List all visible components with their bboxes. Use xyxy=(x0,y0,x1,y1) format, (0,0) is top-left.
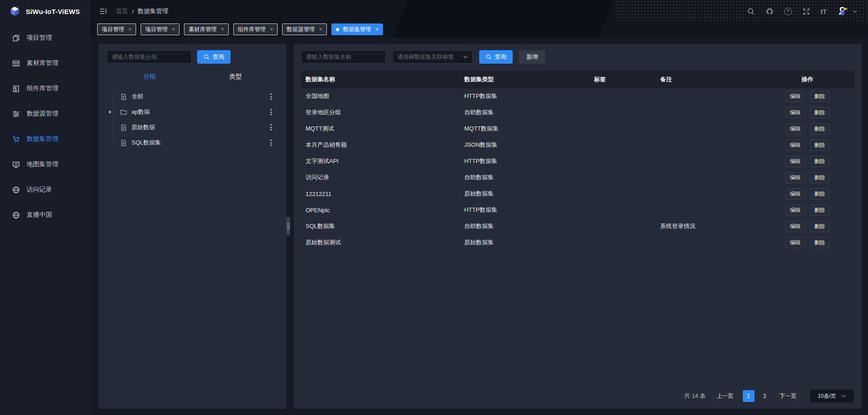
edit-button[interactable]: 编辑 xyxy=(785,172,805,183)
add-dataset-button[interactable]: 新增 xyxy=(519,50,545,64)
caret-right-icon[interactable] xyxy=(109,110,112,114)
edit-button[interactable]: 编辑 xyxy=(785,107,805,118)
edit-button[interactable]: 编辑 xyxy=(785,221,805,232)
sidebar-item-access-records[interactable]: 访问记录 xyxy=(0,177,90,202)
group-search-input[interactable] xyxy=(107,50,192,64)
fullscreen-icon[interactable] xyxy=(802,8,810,15)
page-size-select[interactable]: 10条/页 xyxy=(810,390,854,402)
icon-cart xyxy=(12,135,20,144)
dataset-table-body: 全国地图 HTTP数据集 编辑 删除 登录地区分组 自助数据集 编辑 删除 MQ… xyxy=(301,88,854,251)
more-actions-icon[interactable] xyxy=(269,92,273,101)
cell-dataset-name: 原始数据测试 xyxy=(301,238,462,247)
search-icon[interactable] xyxy=(747,7,755,15)
app-logo-icon xyxy=(9,5,21,17)
tree-item[interactable]: ap数据 xyxy=(107,104,278,120)
delete-button[interactable]: 删除 xyxy=(810,156,830,167)
more-actions-icon[interactable] xyxy=(269,138,273,147)
dataset-name-input[interactable] xyxy=(301,50,386,64)
cell-actions: 编辑 删除 xyxy=(760,188,854,200)
sidebar-item-datasource-management[interactable]: 数据源管理 xyxy=(0,101,90,126)
cell-dataset-type: HTTP数据集 xyxy=(462,92,572,100)
sidebar-item-dataset-management[interactable]: 数据集管理 xyxy=(0,126,90,152)
font-size-icon[interactable]: tT xyxy=(821,8,827,15)
collapse-sidebar-icon[interactable] xyxy=(99,7,108,16)
edit-button[interactable]: 编辑 xyxy=(785,91,805,102)
delete-button[interactable]: 删除 xyxy=(810,237,830,248)
close-icon[interactable]: × xyxy=(375,27,378,32)
col-header-ops: 操作 xyxy=(760,75,854,84)
tag-select[interactable]: 请选择数据集关联标签 xyxy=(392,50,473,64)
tree-item[interactable]: 原始数据 xyxy=(107,120,278,135)
sidebar-item-component-library[interactable]: 组件库管理 xyxy=(0,76,90,101)
cell-dataset-name: 全国地图 xyxy=(301,92,462,100)
group-search-button[interactable]: 查询 xyxy=(197,50,231,64)
close-icon[interactable]: × xyxy=(319,27,322,32)
edit-button[interactable]: 编辑 xyxy=(785,237,805,248)
prev-page-button[interactable]: 上一页 xyxy=(712,390,738,402)
cell-dataset-name: 本月产品销售额 xyxy=(301,141,462,149)
delete-button[interactable]: 删除 xyxy=(810,140,830,151)
icon-pages xyxy=(12,34,20,42)
table-row: 12212211 原始数据集 编辑 删除 xyxy=(301,186,854,202)
close-icon[interactable]: × xyxy=(128,27,132,32)
next-page-button[interactable]: 下一页 xyxy=(775,390,802,402)
panel-splitter-handle[interactable] xyxy=(286,217,290,236)
help-icon[interactable]: ? xyxy=(784,8,792,15)
page-tab[interactable]: 素材库管理 × xyxy=(184,23,229,35)
cell-actions: 编辑 删除 xyxy=(760,237,854,248)
close-icon[interactable]: × xyxy=(221,27,224,32)
page-tab[interactable]: 项目管理 × xyxy=(97,23,136,35)
logo-row: SiWu-IoT-ViEWS xyxy=(0,0,90,23)
more-actions-icon[interactable] xyxy=(269,123,273,132)
delete-button[interactable]: 删除 xyxy=(810,205,830,216)
delete-button[interactable]: 删除 xyxy=(810,221,830,232)
edit-button[interactable]: 编辑 xyxy=(785,123,805,135)
delete-button[interactable]: 删除 xyxy=(810,123,830,135)
page-number-2[interactable]: 2 xyxy=(759,390,771,402)
tree-item[interactable]: 全部 xyxy=(107,89,278,104)
content: 查询 分组 类型 全部 ap数据 原始数据 SQL数据集 xyxy=(90,37,868,415)
tab-label: 项目管理 xyxy=(102,26,124,33)
cell-note: 系统登录情况 xyxy=(627,222,760,230)
table-header-row: 数据集名称 数据集类型 标签 备注 操作 xyxy=(301,71,854,88)
delete-button[interactable]: 删除 xyxy=(810,188,830,200)
delete-button[interactable]: 删除 xyxy=(810,172,830,183)
page-tab[interactable]: 数据集管理 × xyxy=(331,23,383,35)
close-icon[interactable]: × xyxy=(270,27,273,32)
page-tab[interactable]: 项目管理 × xyxy=(141,23,179,35)
page-tab[interactable]: 数据源管理 × xyxy=(282,23,327,35)
sidebar-item-project-management[interactable]: 项目管理 xyxy=(0,25,90,51)
close-icon[interactable]: × xyxy=(172,27,175,32)
edit-button[interactable]: 编辑 xyxy=(785,156,805,167)
edit-button[interactable]: 编辑 xyxy=(785,140,805,151)
more-actions-icon[interactable] xyxy=(269,107,273,117)
tree-item-label: 原始数据 xyxy=(132,123,155,131)
sidebar-item-live-china[interactable]: 直播中国 xyxy=(0,202,90,228)
cell-dataset-type: 自助数据集 xyxy=(462,222,572,230)
sidebar-item-atlas-management[interactable]: 地图集管理 xyxy=(0,152,90,177)
delete-button[interactable]: 删除 xyxy=(810,91,830,102)
tab-group[interactable]: 分组 xyxy=(107,73,193,81)
breadcrumb: 首页 / 数据集管理 xyxy=(116,7,168,15)
tree-item[interactable]: SQL数据集 xyxy=(107,135,278,150)
user-avatar[interactable] xyxy=(837,5,857,17)
search-icon xyxy=(486,54,492,60)
edit-button[interactable]: 编辑 xyxy=(785,205,805,216)
group-type-switch: 分组 类型 xyxy=(107,73,278,81)
dataset-search-button[interactable]: 查询 xyxy=(479,50,513,64)
sidebar-item-material-library[interactable]: 素材库管理 xyxy=(0,51,90,76)
page-number-1[interactable]: 1 xyxy=(743,390,755,402)
pagination: 共 14 条 上一页 12 下一页 10条/页 xyxy=(684,390,854,402)
breadcrumb-home[interactable]: 首页 xyxy=(116,7,128,15)
folder-icon xyxy=(120,109,127,116)
sidebar-item-label: 地图集管理 xyxy=(27,160,58,168)
delete-button[interactable]: 删除 xyxy=(810,107,830,118)
page-list: 12 xyxy=(743,390,771,402)
tab-label: 数据源管理 xyxy=(287,26,315,33)
github-icon[interactable] xyxy=(765,7,774,16)
edit-button[interactable]: 编辑 xyxy=(785,188,805,200)
file-icon xyxy=(120,93,127,100)
app-root: SiWu-IoT-ViEWS 项目管理 素材库管理 组件库管理 数据源管理 数据… xyxy=(0,0,868,415)
tab-type[interactable]: 类型 xyxy=(193,73,278,81)
page-tab[interactable]: 组件库管理 × xyxy=(233,23,278,35)
